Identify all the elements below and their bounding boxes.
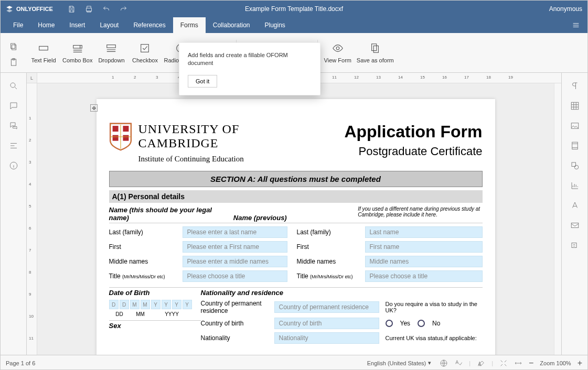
tab-file[interactable]: File <box>6 17 30 33</box>
prev-title-field[interactable]: Please choose a title <box>365 270 483 282</box>
language-selector[interactable]: English (United States)▾ <box>365 358 434 367</box>
fit-page-icon[interactable] <box>499 359 508 367</box>
tab-references[interactable]: References <box>126 17 173 33</box>
image-settings-icon[interactable] <box>570 121 580 130</box>
cob-field[interactable]: Country of birth <box>274 318 379 329</box>
undo-icon[interactable] <box>102 5 110 13</box>
title-field[interactable]: Please choose a title <box>183 270 287 282</box>
tab-forms[interactable]: Forms <box>173 17 206 33</box>
middle-name-field[interactable]: Please enter a middle names <box>183 256 287 267</box>
user-label[interactable]: Anonymous <box>549 5 582 13</box>
tab-layout[interactable]: Layout <box>92 17 126 33</box>
info-icon[interactable] <box>9 161 18 170</box>
document-area[interactable]: ✥ UNIVERSITY OF <box>37 83 554 355</box>
mm-label: MM <box>130 311 151 317</box>
track-changes-icon[interactable] <box>477 359 485 367</box>
natres-header: Nationality and residence <box>201 289 483 297</box>
shape-icon[interactable] <box>570 161 580 170</box>
sex-header: Sex <box>109 320 201 330</box>
last-name-field[interactable]: Please enter a last name <box>183 226 287 238</box>
name-prev-label: Name (previous) <box>233 206 358 222</box>
save-icon[interactable] <box>68 5 76 13</box>
zoom-in-button[interactable]: + <box>578 358 582 368</box>
title-bar: ONLYOFFICE Example Form Template Title.d… <box>1 1 587 17</box>
mail-merge-icon[interactable] <box>570 221 580 230</box>
hint-popover: Add fields and create a fillable OFORM d… <box>179 42 320 95</box>
svg-rect-8 <box>80 45 82 48</box>
yyyy-label: YYYY <box>151 311 193 317</box>
checkbox-button[interactable]: Checkbox <box>128 42 162 63</box>
redo-icon[interactable] <box>120 5 127 13</box>
zoom-out-button[interactable]: − <box>529 358 533 368</box>
dropdown-button[interactable]: Dropdown <box>94 42 128 63</box>
svg-rect-24 <box>112 135 118 141</box>
vertical-ruler[interactable]: 123456789101112 <box>27 83 37 355</box>
a1-header: A(1) Personal details <box>109 190 483 203</box>
tab-home[interactable]: Home <box>30 17 62 33</box>
view-form-button[interactable]: View Form <box>321 42 355 63</box>
svg-rect-4 <box>11 59 16 66</box>
search-icon[interactable] <box>9 81 18 91</box>
text-field-button[interactable]: Text Field <box>27 42 60 63</box>
prev-middle-name-field[interactable]: Middle names <box>365 256 483 267</box>
tab-plugins[interactable]: Plugins <box>258 17 293 33</box>
menu-more-icon[interactable] <box>564 17 587 33</box>
last-label-2: Last (family) <box>297 228 365 236</box>
brand-logo: ONLYOFFICE <box>6 5 53 13</box>
visa-yes-radio[interactable] <box>386 320 393 327</box>
cambridge-crest-icon <box>109 122 132 151</box>
app-form-title: Application Form <box>344 122 482 142</box>
chat-icon[interactable] <box>9 121 18 130</box>
table-icon[interactable] <box>570 101 580 111</box>
svg-rect-28 <box>572 142 578 149</box>
cpr-field[interactable]: Country of permanent residence <box>274 301 379 313</box>
dob-input[interactable]: DD MM YYYY <box>109 300 201 309</box>
zoom-level[interactable]: Zoom 100% <box>540 360 571 366</box>
page-indicator[interactable]: Page 1 of 6 <box>6 360 35 366</box>
document-title: Example Form Template Title.docxf <box>245 5 343 13</box>
nat-field[interactable]: Nationality <box>274 332 379 344</box>
prev-last-name-field[interactable]: Last name <box>365 226 483 238</box>
paste-icon[interactable] <box>9 58 18 67</box>
first-label: First <box>109 243 183 251</box>
nat-label: Nationality <box>201 334 274 342</box>
right-sidebar <box>561 73 587 355</box>
first-name-field[interactable]: Please enter a First name <box>183 241 287 253</box>
svg-rect-9 <box>107 45 116 48</box>
headings-icon[interactable] <box>9 141 18 150</box>
app-form-subtitle: Postgraduate Certificate <box>344 145 482 158</box>
svg-marker-1 <box>6 9 13 13</box>
name-legal-label: Name (this should be your legal name) <box>109 206 233 222</box>
spellcheck-icon[interactable] <box>454 359 463 367</box>
form-settings-icon[interactable] <box>570 241 580 250</box>
comments-icon[interactable] <box>9 101 18 111</box>
svg-rect-26 <box>571 102 579 110</box>
chart-icon[interactable] <box>570 181 580 190</box>
vertical-scrollbar[interactable] <box>554 83 561 355</box>
svg-rect-31 <box>571 223 579 228</box>
paragraph-icon[interactable] <box>570 81 580 91</box>
tab-insert[interactable]: Insert <box>62 17 92 33</box>
copy-icon[interactable] <box>9 42 18 51</box>
fit-width-icon[interactable] <box>514 359 522 367</box>
svg-rect-6 <box>39 46 48 50</box>
header-footer-icon[interactable] <box>570 141 580 150</box>
svg-rect-2 <box>12 45 16 49</box>
set-lang-icon[interactable] <box>440 359 448 367</box>
tab-collaboration[interactable]: Collaboration <box>206 17 258 33</box>
save-oform-button[interactable]: Save as oform <box>355 42 396 63</box>
no-label: No <box>432 320 440 327</box>
first-label-2: First <box>297 243 365 251</box>
textart-icon[interactable] <box>570 201 580 210</box>
middle-label-2: Middle names <box>297 258 365 265</box>
visa-no-radio[interactable] <box>418 320 425 327</box>
svg-point-20 <box>10 83 15 88</box>
svg-rect-18 <box>372 43 377 50</box>
got-it-button[interactable]: Got it <box>188 75 217 88</box>
combo-box-button[interactable]: Combo Box <box>60 42 94 63</box>
ruler-corner: L <box>27 73 37 83</box>
anchor-icon[interactable]: ✥ <box>90 104 98 112</box>
visa-status-label: Current UK visa status,if applicable: <box>386 335 483 341</box>
print-icon[interactable] <box>85 5 93 13</box>
prev-first-name-field[interactable]: First name <box>365 241 483 253</box>
